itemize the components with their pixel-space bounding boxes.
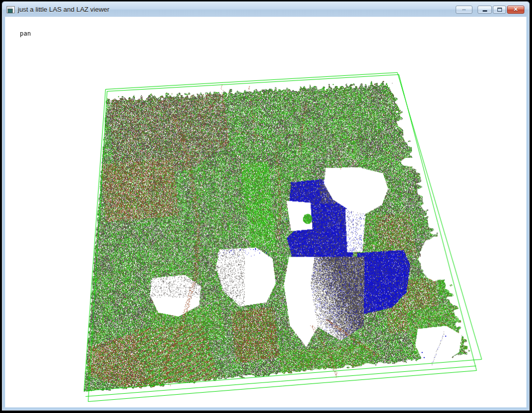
viewer-client-area: pan [5,17,526,407]
window-controls: ⇔ ✕ [456,6,524,14]
minimize-button[interactable] [478,6,492,14]
maximize-icon [497,8,502,12]
resize-button[interactable]: ⇔ [456,6,472,14]
point-cloud-canvas[interactable] [5,17,526,407]
maximize-button[interactable] [493,6,506,14]
minimize-icon [483,10,487,12]
close-button[interactable]: ✕ [507,6,524,14]
app-window: just a little LAS and LAZ viewer ⇔ ✕ pan [2,1,530,411]
close-icon: ✕ [513,7,518,12]
resize-icon: ⇔ [461,7,467,12]
app-icon [7,6,15,13]
window-title: just a little LAS and LAZ viewer [18,6,109,13]
interaction-mode-label: pan [20,30,31,37]
title-bar[interactable]: just a little LAS and LAZ viewer ⇔ ✕ [3,2,529,17]
